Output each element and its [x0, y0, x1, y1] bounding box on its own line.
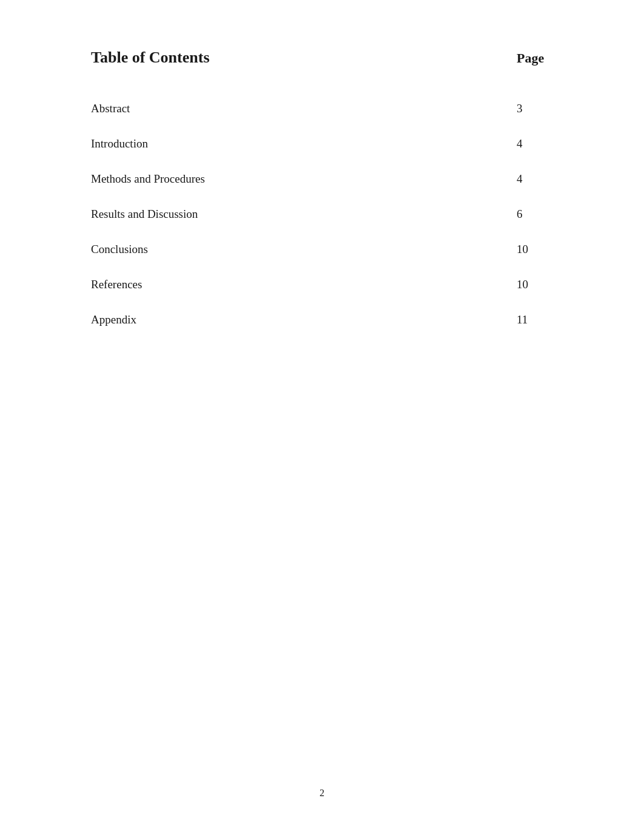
toc-entry-page: 4 — [517, 172, 553, 186]
toc-entry-page: 6 — [517, 208, 553, 221]
toc-entry-title: Introduction — [91, 137, 148, 150]
toc-entry-title: Methods and Procedures — [91, 172, 205, 186]
toc-row: Results and Discussion6 — [91, 197, 553, 232]
toc-page-column-header: Page — [517, 50, 553, 66]
toc-row: Abstract3 — [91, 91, 553, 126]
toc-entry-page: 4 — [517, 137, 553, 150]
toc-entry-title: Appendix — [91, 313, 136, 326]
toc-row: Introduction4 — [91, 126, 553, 161]
toc-header: Table of Contents Page — [91, 49, 553, 67]
toc-title: Table of Contents — [91, 49, 210, 67]
toc-entry-page: 11 — [517, 313, 553, 326]
toc-entries: Abstract3Introduction4Methods and Proced… — [91, 91, 553, 337]
page-number: 2 — [320, 788, 324, 799]
toc-row: Appendix11 — [91, 302, 553, 337]
toc-row: Methods and Procedures4 — [91, 161, 553, 197]
page: Table of Contents Page Abstract3Introduc… — [0, 0, 644, 835]
toc-row: References10 — [91, 267, 553, 302]
toc-entry-page: 10 — [517, 278, 553, 291]
toc-entry-title: Abstract — [91, 102, 130, 115]
toc-entry-page: 3 — [517, 102, 553, 115]
toc-entry-title: Results and Discussion — [91, 208, 198, 221]
toc-row: Conclusions10 — [91, 232, 553, 267]
toc-entry-page: 10 — [517, 243, 553, 256]
toc-entry-title: References — [91, 278, 142, 291]
toc-entry-title: Conclusions — [91, 243, 148, 256]
